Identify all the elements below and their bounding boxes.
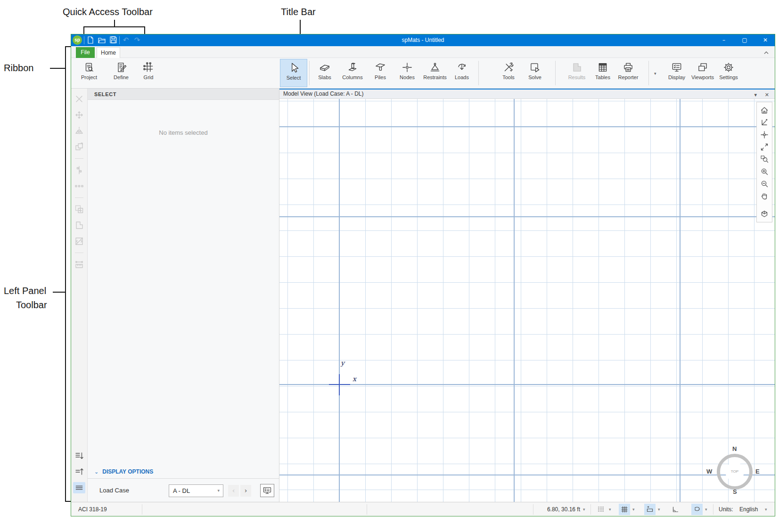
ribbon-button-settings[interactable]: Settings <box>715 59 742 87</box>
left-panel-body: No items selected <box>88 100 279 465</box>
ribbon-button-results[interactable]: Results <box>563 59 590 87</box>
home-view-icon[interactable] <box>758 104 771 116</box>
viewport-window: Model View (Load Case: A - DL) ▾ ✕ <box>279 89 775 502</box>
divider <box>590 504 591 515</box>
lasso-toggle[interactable] <box>691 504 703 515</box>
ribbon-button-restraints[interactable]: Restraints <box>421 59 449 87</box>
point-grid-toggle[interactable] <box>595 504 607 515</box>
annotation-ribbon: Ribbon <box>4 63 33 74</box>
units-value[interactable]: English <box>739 506 758 513</box>
collapse-ribbon-icon[interactable] <box>763 49 769 57</box>
grid-major-line <box>514 99 515 502</box>
ribbon-button-columns[interactable]: Columns <box>339 59 366 87</box>
reporter-dropdown-icon[interactable]: ▾ <box>654 71 656 76</box>
tab-file[interactable]: File <box>76 47 95 58</box>
x-axis-label: x <box>353 375 356 383</box>
units-dropdown-icon[interactable]: ▾ <box>765 507 767 512</box>
dimension-icon[interactable] <box>73 259 85 270</box>
divider <box>75 158 83 159</box>
display-options-header[interactable]: ⌄ DISPLAY OPTIONS <box>88 465 279 478</box>
maximize-button[interactable]: ▢ <box>734 34 755 46</box>
next-load-case-button[interactable]: › <box>240 485 251 497</box>
app-window: sp ↶ ↷ spMats - Untitled – ▢ ✕ File Home <box>71 34 775 516</box>
ribbon-button-viewports[interactable]: Viewports <box>689 59 716 87</box>
left-panel: SELECT No items selected ⌄ DISPLAY OPTIO… <box>88 89 279 502</box>
lasso-dropdown-icon[interactable]: ▾ <box>705 507 707 512</box>
zoom-window-icon[interactable] <box>758 153 771 165</box>
load-case-label: Load Case <box>99 487 129 494</box>
move-icon[interactable] <box>73 109 85 121</box>
zoom-in-icon[interactable] <box>758 165 771 178</box>
model-view-title-bar[interactable]: Model View (Load Case: A - DL) ▾ ✕ <box>279 89 775 99</box>
ribbon-button-slabs[interactable]: Slabs <box>311 59 338 87</box>
ribbon-button-define[interactable]: Define <box>107 59 135 87</box>
divider <box>367 504 367 515</box>
pan-hand-icon[interactable] <box>758 190 771 202</box>
ribbon-separator <box>648 61 649 85</box>
view-close-icon[interactable]: ✕ <box>765 90 769 99</box>
chevron-down-icon: ⌄ <box>94 469 98 475</box>
annotation-left-panel-toolbar-line1: Left Panel <box>4 286 46 296</box>
zoom-extents-icon[interactable] <box>758 141 771 153</box>
scroll-list-down-icon[interactable] <box>73 450 85 461</box>
units-label: Units: <box>719 506 733 513</box>
axes-view-icon[interactable] <box>758 116 771 129</box>
tab-home[interactable]: Home <box>97 47 120 58</box>
grid-major-line <box>279 216 775 217</box>
scroll-list-up-icon[interactable] <box>73 466 85 477</box>
menu-icon[interactable] <box>73 482 85 493</box>
viewport-canvas[interactable]: y x <box>279 99 775 502</box>
align-horizontal-icon[interactable] <box>73 180 85 192</box>
ribbon-button-project[interactable]: Project <box>75 59 103 87</box>
load-case-row: Load Case A - DL ▾ ‹ › <box>88 478 279 502</box>
snap-grid-toggle[interactable] <box>619 504 630 515</box>
main-content: SELECT No items selected ⌄ DISPLAY OPTIO… <box>71 89 775 502</box>
annotation-line <box>83 26 84 34</box>
status-bar: ACI 318-19 6.80, 30.16 ft ▾ ▾ ▾ ▾ <box>71 502 775 516</box>
left-panel-toolbar <box>71 89 88 502</box>
ribbon-tab-row: File Home <box>71 46 775 58</box>
grid-major-line <box>339 99 340 502</box>
ribbon-button-solve[interactable]: Solve <box>521 59 549 87</box>
load-case-dropdown[interactable]: A - DL ▾ <box>169 484 223 497</box>
ribbon-button-tables[interactable]: Tables <box>589 59 616 87</box>
ribbon-button-loads[interactable]: Loads <box>448 59 476 87</box>
annotation-title-bar: Title Bar <box>281 7 316 17</box>
align-vertical-icon[interactable] <box>73 164 85 176</box>
view-dropdown-icon[interactable]: ▾ <box>754 90 757 99</box>
delete-icon[interactable] <box>73 93 85 105</box>
ribbon-button-nodes[interactable]: Nodes <box>394 59 421 87</box>
angle-toggle[interactable] <box>670 504 681 515</box>
ribbon-button-piles[interactable]: Piles <box>367 59 394 87</box>
ribbon-button-tools[interactable]: Tools <box>495 59 522 87</box>
ribbon-button-display[interactable]: Display <box>663 59 690 87</box>
divider <box>75 197 83 198</box>
ribbon-button-grid[interactable]: Grid <box>135 59 162 87</box>
snap-toggle[interactable] <box>644 504 656 515</box>
title-bar[interactable]: sp ↶ ↷ spMats - Untitled – ▢ ✕ <box>71 34 775 46</box>
coordinates-dropdown-icon[interactable]: ▾ <box>583 507 585 512</box>
polygon-icon[interactable] <box>73 220 85 231</box>
mirror-icon[interactable] <box>73 125 85 137</box>
hatch-icon[interactable] <box>73 236 85 247</box>
grid-major-line <box>680 99 681 502</box>
minimize-button[interactable]: – <box>713 34 734 46</box>
orbit-3d-icon[interactable] <box>758 208 771 220</box>
display-options-dialog-button[interactable] <box>260 484 274 497</box>
ribbon-button-select[interactable]: Select <box>280 59 307 87</box>
annotation-line <box>65 501 71 502</box>
screenshot-canvas: Quick Access Toolbar Title Bar Ribbon Le… <box>0 0 779 532</box>
duplicate-icon[interactable] <box>73 141 85 153</box>
snap-dropdown-icon[interactable]: ▾ <box>658 507 660 512</box>
point-grid-dropdown-icon[interactable]: ▾ <box>609 507 611 512</box>
divider <box>533 504 533 515</box>
zoom-out-icon[interactable] <box>758 178 771 190</box>
zoom-center-icon[interactable] <box>758 129 771 141</box>
annotation-line <box>50 68 65 69</box>
previous-load-case-button[interactable]: ‹ <box>228 485 239 497</box>
ribbon-button-reporter[interactable]: Reporter ▾ <box>615 59 642 87</box>
annotation-left-panel-toolbar-line2: Toolbar <box>16 300 47 311</box>
snap-grid-dropdown-icon[interactable]: ▾ <box>632 507 635 512</box>
paste-attributes-icon[interactable] <box>73 204 85 215</box>
close-button[interactable]: ✕ <box>755 34 776 46</box>
